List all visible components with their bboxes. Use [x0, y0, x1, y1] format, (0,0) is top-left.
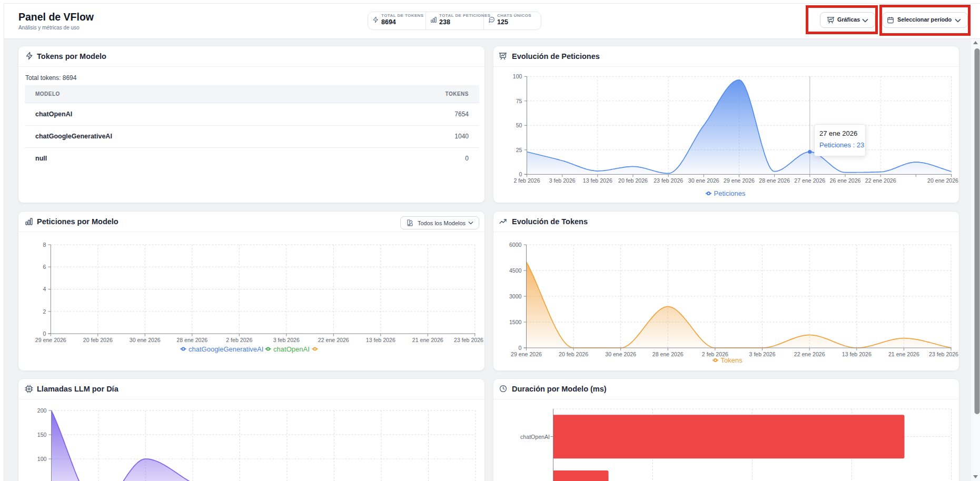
svg-text:2 feb 2026: 2 feb 2026 — [226, 337, 252, 343]
svg-text:0: 0 — [43, 330, 46, 337]
svg-text:Peticiones: Peticiones — [714, 189, 746, 197]
svg-text:23 feb 2026: 23 feb 2026 — [929, 351, 958, 357]
svg-text:23 feb 2026: 23 feb 2026 — [454, 337, 483, 343]
svg-text:27 ene 2026: 27 ene 2026 — [794, 177, 825, 184]
svg-text:22 ene 2026: 22 ene 2026 — [865, 177, 896, 184]
svg-text:21 ene 2026: 21 ene 2026 — [888, 351, 919, 357]
svg-text:6000: 6000 — [509, 242, 522, 248]
svg-text:3 feb 2026: 3 feb 2026 — [273, 337, 300, 343]
svg-text:chatGoogleGenerativeAI: chatGoogleGenerativeAI — [189, 345, 263, 353]
svg-text:0: 0 — [519, 171, 522, 177]
svg-text:29 ene 2026: 29 ene 2026 — [35, 337, 66, 343]
svg-text:29 ene 2026: 29 ene 2026 — [511, 351, 542, 357]
svg-text:chatOpenAI: chatOpenAI — [520, 434, 550, 440]
svg-text:22 ene 2026: 22 ene 2026 — [794, 351, 825, 357]
svg-text:50: 50 — [516, 122, 522, 128]
svg-text:Tokens: Tokens — [721, 356, 743, 364]
svg-text:30 ene 2026: 30 ene 2026 — [130, 337, 161, 343]
svg-text:200: 200 — [37, 407, 47, 414]
svg-text:13 feb 2026: 13 feb 2026 — [842, 351, 872, 357]
svg-text:4500: 4500 — [509, 267, 522, 274]
svg-text:20 feb 2026: 20 feb 2026 — [559, 351, 588, 357]
svg-text:28 ene 2026: 28 ene 2026 — [652, 351, 684, 357]
svg-text:75: 75 — [516, 98, 522, 104]
svg-text:1500: 1500 — [509, 319, 522, 325]
svg-text:100: 100 — [513, 73, 522, 79]
svg-text:30 ene 2026: 30 ene 2026 — [605, 351, 636, 357]
svg-text:26 ene 2026: 26 ene 2026 — [830, 177, 861, 184]
svg-text:20 ene 2026: 20 ene 2026 — [927, 177, 958, 184]
svg-text:2: 2 — [43, 308, 46, 315]
svg-text:28 ene 2026: 28 ene 2026 — [176, 337, 207, 343]
svg-text:8: 8 — [43, 242, 46, 248]
svg-text:20 feb 2026: 20 feb 2026 — [618, 177, 648, 184]
svg-text:21 ene 2026: 21 ene 2026 — [412, 337, 443, 343]
svg-text:28 ene 2026: 28 ene 2026 — [759, 177, 790, 184]
svg-text:6: 6 — [43, 264, 46, 270]
svg-text:2 feb 2026: 2 feb 2026 — [513, 177, 540, 184]
svg-text:13 feb 2026: 13 feb 2026 — [583, 177, 612, 184]
svg-text:4: 4 — [43, 286, 46, 292]
svg-text:chatOpenAI: chatOpenAI — [273, 345, 310, 353]
svg-text:29 ene 2026: 29 ene 2026 — [724, 177, 755, 184]
svg-text:22 ene 2026: 22 ene 2026 — [318, 337, 349, 343]
svg-text:30 ene 2026: 30 ene 2026 — [688, 177, 719, 184]
svg-text:3 feb 2026: 3 feb 2026 — [549, 177, 576, 184]
svg-text:23 feb 2026: 23 feb 2026 — [654, 177, 683, 184]
svg-text:20 feb 2026: 20 feb 2026 — [83, 337, 113, 343]
svg-text:3000: 3000 — [509, 293, 522, 299]
svg-text:3 feb 2026: 3 feb 2026 — [749, 351, 776, 357]
svg-text:100: 100 — [37, 456, 47, 462]
svg-text:25: 25 — [516, 147, 522, 153]
svg-text:150: 150 — [37, 432, 47, 438]
svg-text:13 feb 2026: 13 feb 2026 — [366, 337, 395, 343]
svg-text:0: 0 — [519, 345, 522, 351]
